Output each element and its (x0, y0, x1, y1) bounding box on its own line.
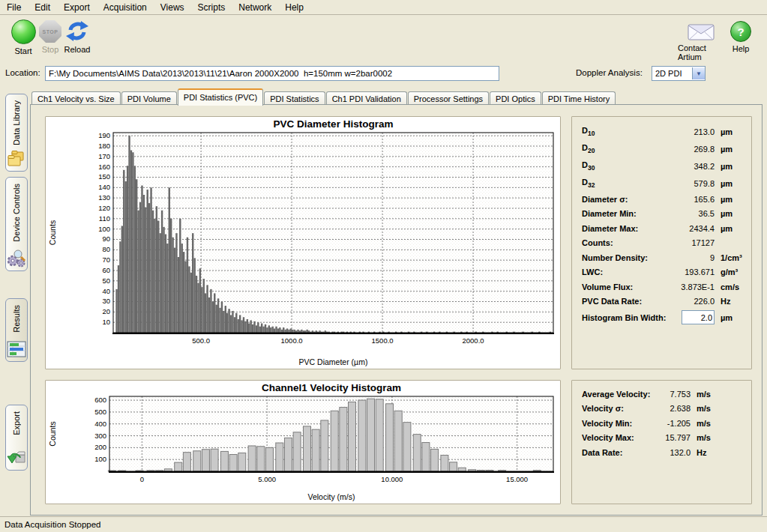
stat-value: 17127 (613, 238, 715, 247)
stat-label: Volume Flux: (582, 282, 633, 291)
stat-value: 269.8 (595, 145, 715, 154)
svg-text:500: 500 (94, 408, 106, 416)
velocity-statistics-panel: Average Velocity:7.753m/sVelocity σ:2.63… (571, 380, 752, 504)
svg-text:15.000: 15.000 (506, 475, 528, 483)
tab-pdi-statistics-pvc[interactable]: PDI Statistics (PVC) (178, 88, 263, 106)
svg-text:Velocity (m/s): Velocity (m/s) (307, 492, 355, 501)
tab-bar: Ch1 Velocity vs. SizePDI VolumePDI Stati… (31, 88, 761, 105)
stat-row-d32: D32579.8µm (582, 175, 745, 192)
sidebar-item-results[interactable]: Results (5, 298, 28, 362)
svg-text:0: 0 (140, 475, 144, 483)
results-chart-icon (7, 340, 26, 358)
svg-text:Counts: Counts (48, 220, 57, 245)
stat-row-d20: D20269.8µm (582, 140, 745, 157)
stat-unit: µm (715, 224, 745, 233)
stat-value: 132.0 (622, 448, 691, 457)
location-input[interactable] (45, 66, 499, 81)
stat-label: Velocity Min: (582, 419, 632, 428)
sidebar-item-label: Device Controls (12, 184, 21, 242)
help-label: Help (733, 44, 750, 53)
stat-value: 7.753 (650, 390, 691, 399)
menu-item-views[interactable]: Views (154, 1, 191, 14)
stat-unit: µm (715, 195, 745, 204)
contact-artium-button[interactable]: Contact Artium (678, 21, 724, 61)
stat-value: 2434.4 (638, 224, 715, 233)
svg-text:170: 170 (98, 152, 110, 160)
svg-text:1500.0: 1500.0 (372, 336, 394, 345)
menu-item-help[interactable]: Help (278, 1, 310, 14)
stat-unit: m/s (691, 433, 745, 442)
stat-label: Counts: (582, 238, 613, 247)
svg-text:Counts: Counts (48, 421, 57, 446)
stat-unit: g/m³ (715, 267, 745, 276)
stat-label: Velocity Max: (582, 433, 634, 442)
stat-row-number-density: Number Density:91/cm³ (582, 250, 745, 265)
svg-text:100: 100 (98, 225, 110, 233)
svg-text:40: 40 (102, 287, 110, 295)
svg-text:2000.0: 2000.0 (463, 336, 484, 345)
stat-row-velocity: Velocity σ:2.638m/s (582, 402, 745, 417)
chevron-down-icon: ▼ (696, 70, 702, 77)
stat-label: D20 (582, 143, 595, 154)
stat-row-histogram-bin-width: Histogram Bin Width:µm (582, 309, 745, 326)
menu-item-scripts[interactable]: Scripts (191, 1, 232, 14)
stat-unit: m/s (691, 390, 745, 399)
stat-row-volume-flux: Volume Flux:3.873E-1cm/s (582, 279, 745, 294)
gears-icon (7, 248, 26, 267)
sidebar-item-export[interactable]: Export (5, 405, 28, 471)
stat-value: 579.8 (595, 179, 715, 188)
sidebar-item-data-library[interactable]: Data Library (5, 94, 28, 172)
sidebar-item-device-controls[interactable]: Device Controls (5, 177, 28, 271)
stat-value: 9 (648, 253, 715, 262)
stat-unit: Hz (691, 448, 745, 457)
status-bar: Data Acquisition Stopped (0, 516, 767, 532)
svg-text:30: 30 (102, 297, 110, 305)
menu-item-network[interactable]: Network (232, 1, 278, 14)
menu-bar: FileEditExportAcquisitionViewsScriptsNet… (0, 0, 767, 15)
svg-text:Channel1 Velocity Histogram: Channel1 Velocity Histogram (262, 382, 401, 393)
doppler-analysis-select[interactable]: 2D PDI ▼ (652, 66, 706, 81)
stat-label: Velocity σ: (582, 404, 624, 413)
doppler-analysis-value: 2D PDI (652, 69, 692, 78)
stat-value: 3.873E-1 (633, 282, 715, 291)
folders-icon (7, 150, 26, 168)
menu-item-file[interactable]: File (0, 1, 28, 14)
svg-text:600: 600 (94, 396, 106, 404)
stat-unit: µm (715, 145, 745, 154)
stat-label: Histogram Bin Width: (582, 313, 666, 322)
stat-label: Diameter Max: (582, 224, 638, 233)
stat-row-d30: D30348.2µm (582, 157, 745, 175)
stat-value: 2.638 (624, 404, 691, 413)
stat-unit: µm (715, 162, 745, 171)
stat-label: D10 (582, 126, 595, 137)
help-button[interactable]: ? Help (723, 21, 759, 53)
help-icon: ? (730, 21, 751, 42)
stat-label: Average Velocity: (582, 390, 650, 399)
svg-text:180: 180 (98, 142, 110, 150)
stat-label: Diameter σ: (582, 195, 628, 204)
stat-unit: m/s (691, 419, 745, 428)
combo-dropdown-button[interactable]: ▼ (692, 67, 705, 79)
menu-item-export[interactable]: Export (57, 1, 97, 14)
stat-unit: µm (715, 127, 745, 136)
svg-text:80: 80 (102, 245, 110, 253)
stat-row-diameter: Diameter σ:165.6µm (582, 192, 745, 207)
reload-icon (64, 19, 90, 43)
svg-text:160: 160 (98, 163, 110, 171)
stat-row-d10: D10213.0µm (582, 123, 745, 140)
stat-unit: cm/s (715, 282, 745, 291)
svg-text:200: 200 (94, 443, 106, 451)
svg-text:10: 10 (102, 318, 110, 326)
menu-item-acquisition[interactable]: Acquisition (97, 1, 154, 14)
velocity-histogram-panel: 10020030040050060005.00010.00015.000Chan… (45, 380, 561, 504)
doppler-analysis-label: Doppler Analysis: (576, 68, 643, 77)
menu-item-edit[interactable]: Edit (28, 1, 57, 14)
stat-unit: m/s (691, 404, 745, 413)
stat-row-velocity-max: Velocity Max:15.797m/s (582, 431, 745, 446)
histogram-bin-width-input[interactable] (682, 310, 715, 324)
stat-row-diameter-min: Diameter Min:36.5µm (582, 207, 745, 222)
svg-text:90: 90 (102, 235, 110, 243)
stat-value: 165.6 (628, 195, 715, 204)
status-text: Data Acquisition Stopped (4, 520, 101, 529)
reload-button[interactable]: Reload (55, 19, 99, 54)
